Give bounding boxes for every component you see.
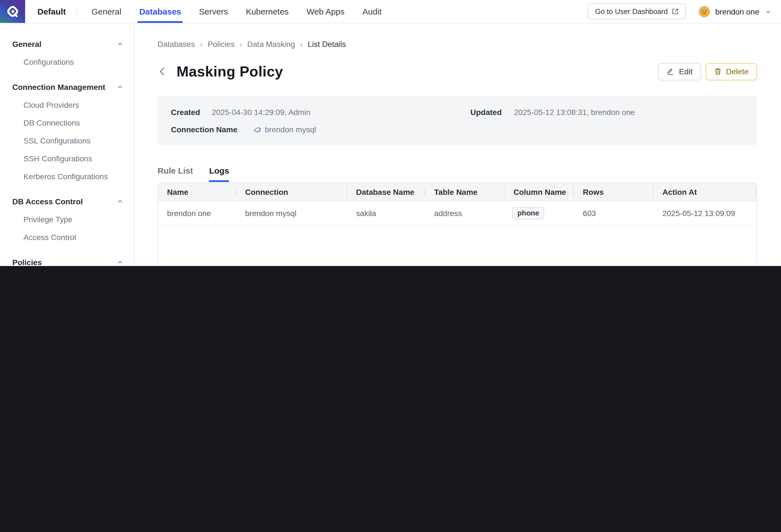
nav-kubernetes[interactable]: Kubernetes xyxy=(237,0,297,23)
main-content: Databases › Policies › Data Masking › Li… xyxy=(135,24,781,266)
title-row: Masking Policy Edit xyxy=(158,60,757,83)
nav-servers[interactable]: Servers xyxy=(190,0,237,23)
sidebar-header-general-label: General xyxy=(12,40,41,49)
querypie-logo[interactable] xyxy=(0,0,25,23)
tab-rule-list[interactable]: Rule List xyxy=(158,166,193,182)
sidebar-item-privilege-type[interactable]: Privilege Type xyxy=(6,211,128,228)
delete-button[interactable]: Delete xyxy=(705,63,757,80)
column-name-chip: phone xyxy=(512,207,544,219)
detail-tabs: Rule List Logs xyxy=(158,166,757,182)
created-label: Created xyxy=(171,108,200,117)
sidebar-header-policies-label: Policies xyxy=(12,258,42,266)
topbar: Default General Databases Servers Kubern… xyxy=(0,0,781,24)
sidebar-item-ssl-configurations[interactable]: SSL Configurations xyxy=(6,132,128,149)
table-empty-area xyxy=(158,225,756,266)
edit-button[interactable]: Edit xyxy=(658,63,701,80)
nav-databases[interactable]: Databases xyxy=(130,0,190,23)
breadcrumb-separator: › xyxy=(300,39,302,49)
chevron-up-icon xyxy=(117,41,123,47)
chevron-up-icon xyxy=(117,84,123,90)
breadcrumb: Databases › Policies › Data Masking › Li… xyxy=(158,39,757,49)
cell-action-at: 2025-05-12 13:09:09 xyxy=(653,201,756,225)
connection-name-field: Connection Name brendon mysql xyxy=(171,125,470,134)
cell-name: brendon one xyxy=(158,201,236,225)
column-header-table-name[interactable]: Table Name xyxy=(425,183,504,201)
breadcrumb-list-details: List Details xyxy=(308,39,346,49)
sidebar-item-kerberos-configurations[interactable]: Kerberos Configurations xyxy=(6,168,128,185)
pencil-icon xyxy=(667,68,674,75)
page-title: Masking Policy xyxy=(176,63,283,80)
column-header-name[interactable]: Name xyxy=(158,183,236,201)
workspace-label: Default xyxy=(37,7,66,16)
cell-rows: 603 xyxy=(574,201,654,225)
cell-connection: brendon mysql xyxy=(236,201,347,225)
column-header-action-at[interactable]: Action At xyxy=(653,183,756,201)
querypie-admin-window: Default General Databases Servers Kubern… xyxy=(0,0,781,266)
sidebar-header-db-access-control-label: DB Access Control xyxy=(12,197,83,206)
logs-table-header: Name Connection Database Name Table Name… xyxy=(158,183,756,201)
cell-column-name: phone xyxy=(504,201,574,225)
user-avatar xyxy=(699,6,710,17)
external-link-icon xyxy=(672,8,679,15)
updated-label: Updated xyxy=(470,108,502,117)
sidebar-section-policies: Policies Data Access Masking Pattern Dat… xyxy=(0,254,134,266)
updated-value: 2025-05-12 13:08:31, brendon one xyxy=(514,108,635,117)
sidebar-header-connection-management[interactable]: Connection Management xyxy=(0,78,134,96)
top-nav: General Databases Servers Kubernetes Web… xyxy=(83,0,390,23)
topbar-divider xyxy=(77,5,77,17)
sidebar-header-policies[interactable]: Policies xyxy=(0,254,134,266)
sidebar-item-configurations[interactable]: Configurations xyxy=(6,53,128,71)
connection-name-value: brendon mysql xyxy=(265,125,316,134)
delete-button-label: Delete xyxy=(726,67,749,76)
user-menu[interactable]: brendon one xyxy=(699,6,772,17)
sidebar-item-db-connections[interactable]: DB Connections xyxy=(6,114,128,132)
created-value: 2025-04-30 14:29:09, Admin xyxy=(212,108,310,117)
sidebar-section-db-access-control: DB Access Control Privilege Type Access … xyxy=(0,192,134,246)
connection-name-label: Connection Name xyxy=(171,125,238,134)
column-header-column-name[interactable]: Column Name xyxy=(504,183,574,201)
querypie-logo-icon xyxy=(5,4,20,19)
tab-logs[interactable]: Logs xyxy=(209,166,229,182)
chevron-up-icon xyxy=(117,198,123,205)
breadcrumb-policies[interactable]: Policies xyxy=(208,39,235,49)
mysql-dolphin-icon xyxy=(254,125,262,134)
breadcrumb-separator: › xyxy=(240,39,242,49)
cell-table-name: address xyxy=(425,201,504,225)
avatar-smiley-icon xyxy=(699,6,710,17)
chevron-down-icon xyxy=(765,8,772,15)
sidebar: General Configurations Connection Manage… xyxy=(0,24,135,266)
sidebar-header-db-access-control[interactable]: DB Access Control xyxy=(0,192,134,211)
breadcrumb-data-masking[interactable]: Data Masking xyxy=(247,39,295,49)
nav-audit[interactable]: Audit xyxy=(354,0,390,23)
go-to-user-dashboard-label: Go to User Dashboard xyxy=(595,7,668,16)
nav-general[interactable]: General xyxy=(83,0,130,23)
table-row[interactable]: brendon one brendon mysql sakila address… xyxy=(158,201,756,225)
nav-web-apps[interactable]: Web Apps xyxy=(297,0,353,23)
column-header-database-name[interactable]: Database Name xyxy=(347,183,425,201)
breadcrumb-databases[interactable]: Databases xyxy=(158,39,195,49)
column-header-rows[interactable]: Rows xyxy=(574,183,654,201)
cell-database-name: sakila xyxy=(347,201,425,225)
logs-table: Name Connection Database Name Table Name… xyxy=(158,183,757,266)
sidebar-section-connection-management: Connection Management Cloud Providers DB… xyxy=(0,78,134,185)
sidebar-section-general: General Configurations xyxy=(0,35,134,71)
back-button[interactable] xyxy=(155,64,170,79)
trash-icon xyxy=(714,68,722,75)
sidebar-item-ssh-configurations[interactable]: SSH Configurations xyxy=(6,149,128,168)
user-name: brendon one xyxy=(715,7,759,16)
column-header-connection[interactable]: Connection xyxy=(236,183,347,201)
sidebar-header-connection-management-label: Connection Management xyxy=(12,83,105,92)
edit-button-label: Edit xyxy=(679,67,693,76)
breadcrumb-separator: › xyxy=(200,39,203,49)
details-panel: Created 2025-04-30 14:29:09, Admin Updat… xyxy=(158,96,757,145)
chevron-left-icon xyxy=(157,66,168,77)
updated-field: Updated 2025-05-12 13:08:31, brendon one xyxy=(470,108,744,117)
chevron-up-icon xyxy=(117,259,123,266)
sidebar-item-access-control[interactable]: Access Control xyxy=(6,228,128,246)
go-to-user-dashboard-button[interactable]: Go to User Dashboard xyxy=(588,3,686,19)
created-field: Created 2025-04-30 14:29:09, Admin xyxy=(171,108,470,117)
sidebar-item-cloud-providers[interactable]: Cloud Providers xyxy=(6,96,128,114)
sidebar-header-general[interactable]: General xyxy=(0,35,134,53)
